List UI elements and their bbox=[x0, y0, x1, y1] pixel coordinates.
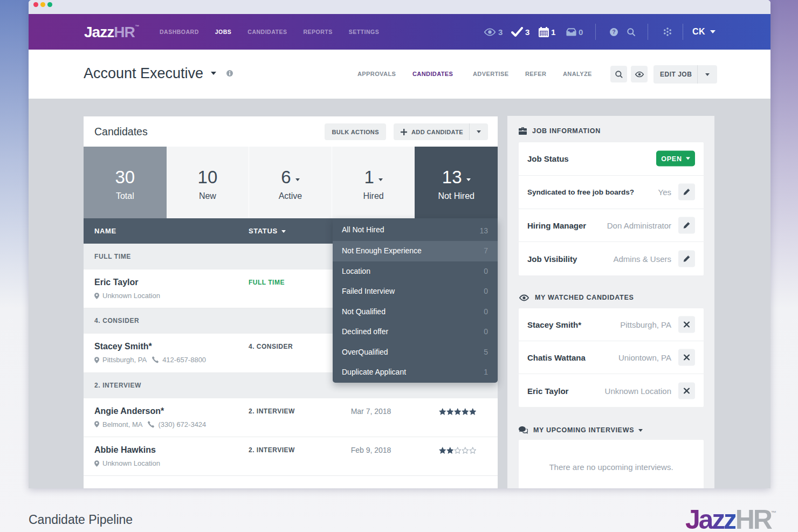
svg-text:?: ? bbox=[612, 29, 615, 35]
